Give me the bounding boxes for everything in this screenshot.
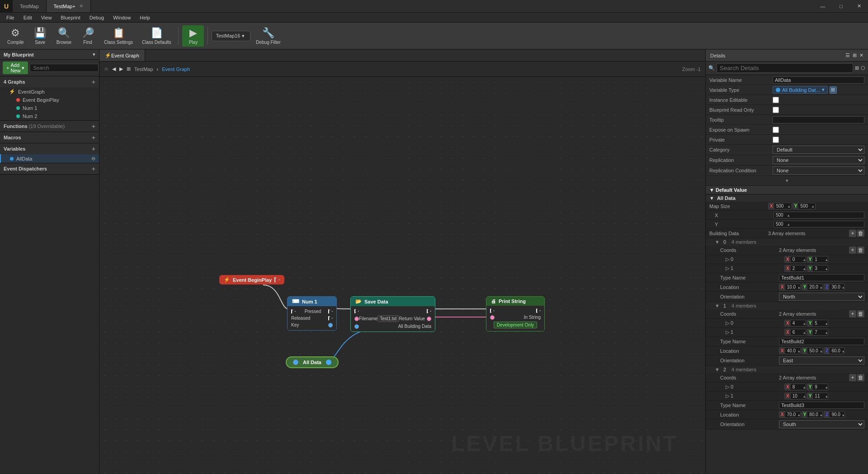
details-expand-icon[interactable]: ⬡: [861, 65, 865, 71]
instance-editable-row: Instance Editable: [706, 95, 868, 105]
menu-view[interactable]: View: [37, 15, 57, 20]
play-button[interactable]: ▶ Play: [182, 25, 204, 47]
event-beginplay-item[interactable]: Event BeginPlay: [0, 96, 99, 104]
variables-title: Variables: [4, 146, 25, 152]
save-data-node[interactable]: 📂 Save Data Filename Test1.txt Return Va…: [350, 296, 435, 332]
var-options-icon[interactable]: ⊖: [91, 156, 95, 161]
level-blueprint-watermark: LEVEL BLUEPRINT: [451, 431, 678, 456]
tooltip-input[interactable]: [773, 116, 864, 123]
breadcrumb-graph[interactable]: Event Graph: [162, 66, 190, 72]
grid-icon[interactable]: ⊞: [127, 66, 131, 72]
variable-type-dropdown[interactable]: All Building Dat... ▾: [773, 86, 828, 94]
event-graph-item[interactable]: ⚡ EventGraph: [0, 87, 99, 96]
add-new-button[interactable]: + Add New ▾: [3, 62, 28, 74]
element2-header[interactable]: ▼ 2 4 members: [706, 366, 868, 373]
num2-item[interactable]: Num 2: [0, 112, 99, 120]
orientation2-select[interactable]: South: [779, 420, 864, 428]
save-button[interactable]: 💾 Save: [29, 25, 51, 47]
element2-arrow[interactable]: ▼: [715, 367, 720, 372]
add-function-button[interactable]: +: [92, 123, 95, 130]
coord1-1-row: ▷ 1 X 6 ▴ Y 7 ▴: [706, 328, 868, 337]
details-search-input[interactable]: [717, 63, 853, 73]
browse-button[interactable]: 🔍 Browse: [53, 25, 75, 47]
del-coord0-button[interactable]: 🗑: [857, 246, 864, 254]
details-list-view-icon[interactable]: ☰: [845, 52, 850, 58]
macros-title: Macros: [4, 135, 21, 140]
del-coord1-button[interactable]: 🗑: [857, 310, 864, 318]
left-panel-dropdown[interactable]: ▾: [93, 52, 95, 57]
alldata-variable-item[interactable]: AllData ⊖: [0, 154, 99, 163]
add-building-button[interactable]: +: [849, 230, 856, 237]
find-button[interactable]: 🔎 Find: [77, 25, 99, 47]
expose-spawn-checkbox[interactable]: [773, 127, 779, 133]
back-icon[interactable]: ◀: [112, 66, 116, 72]
add-macro-button[interactable]: +: [92, 134, 95, 141]
type-name-0-input[interactable]: [779, 274, 864, 281]
event-beginplay-node[interactable]: ⚡ Event BeginPlay: [219, 275, 284, 284]
tab-testmap[interactable]: TestMap: [13, 0, 47, 12]
variable-name-input[interactable]: [773, 76, 864, 84]
menu-window[interactable]: Window: [108, 15, 135, 20]
orientation1-select[interactable]: East: [779, 356, 864, 365]
menu-blueprint[interactable]: Blueprint: [56, 15, 85, 20]
class-settings-button[interactable]: 📋 Class Settings: [100, 25, 137, 47]
blueprint-canvas[interactable]: ⚡ Event BeginPlay ⌨ Num 1 Pressed: [99, 77, 705, 474]
coord0-1-row: ▷ 1 X 2 ▴ Y 3 ▴: [706, 264, 868, 273]
functions-header[interactable]: Functions (19 Overridable) +: [0, 121, 99, 132]
alldata-node[interactable]: All Data: [286, 356, 339, 368]
add-variable-button[interactable]: +: [92, 145, 95, 152]
category-select[interactable]: Default: [773, 146, 864, 154]
type-name-1-input[interactable]: [779, 338, 864, 345]
add-dispatcher-button[interactable]: +: [92, 165, 95, 172]
replication-condition-select[interactable]: None: [773, 166, 864, 175]
dispatchers-header[interactable]: Event Dispatchers +: [0, 163, 99, 174]
menu-debug[interactable]: Debug: [85, 15, 108, 20]
add-coord1-button[interactable]: +: [849, 310, 856, 318]
details-close-icon[interactable]: ✕: [859, 52, 863, 58]
details-settings-icon[interactable]: ⊞: [853, 52, 857, 58]
macros-header[interactable]: Macros +: [0, 132, 99, 143]
element1-arrow[interactable]: ▼: [715, 303, 720, 308]
element0-arrow[interactable]: ▼: [715, 239, 720, 245]
map-selector[interactable]: TestMap16 ▾: [212, 31, 250, 41]
instance-editable-checkbox[interactable]: [773, 97, 779, 103]
element1-header[interactable]: ▼ 1 4 members: [706, 302, 868, 309]
print-string-node[interactable]: 🖨 Print String In String Development Onl…: [486, 296, 545, 332]
more-options-row[interactable]: ▾: [706, 176, 868, 186]
search-input[interactable]: [30, 64, 99, 72]
maximize-button[interactable]: □: [832, 0, 850, 13]
details-view-icon[interactable]: ⊞: [855, 65, 859, 71]
forward-icon[interactable]: ▶: [119, 66, 123, 72]
type-array-button[interactable]: ⊞: [830, 86, 837, 94]
event-graph-tab[interactable]: ⚡ Event Graph: [99, 50, 145, 61]
tab-testmap-plus[interactable]: TestMap+ ✕: [47, 0, 91, 12]
debug-filter-button[interactable]: 🔧 Debug Filter: [252, 25, 284, 47]
class-defaults-button[interactable]: 📄 Class Defaults: [138, 25, 175, 47]
element0-header[interactable]: ▼ 0 4 members: [706, 238, 868, 246]
menu-help[interactable]: Help: [135, 15, 155, 20]
variables-header[interactable]: Variables +: [0, 143, 99, 154]
add-graph-button[interactable]: +: [92, 78, 95, 85]
menu-file[interactable]: File: [2, 15, 19, 20]
del-coord2-button[interactable]: 🗑: [857, 374, 864, 381]
blueprint-readonly-checkbox[interactable]: [773, 107, 779, 113]
del-building-button[interactable]: 🗑: [857, 230, 864, 237]
orientation0-select[interactable]: North: [779, 293, 864, 301]
type-name-2-input[interactable]: [779, 402, 864, 409]
num1-item[interactable]: Num 1: [0, 104, 99, 112]
menu-edit[interactable]: Edit: [19, 15, 37, 20]
add-coord2-button[interactable]: +: [849, 374, 856, 381]
details-scroll[interactable]: Variable Name Variable Type All Building…: [706, 75, 868, 474]
minimize-button[interactable]: —: [814, 0, 832, 13]
private-checkbox[interactable]: [773, 137, 779, 143]
close-button[interactable]: ✕: [850, 0, 868, 13]
close-tab-icon[interactable]: ✕: [79, 3, 83, 9]
replication-select[interactable]: None: [773, 156, 864, 164]
num1-node[interactable]: ⌨ Num 1 Pressed Released Key: [287, 296, 337, 331]
graphs-header[interactable]: 4 Graphs +: [0, 76, 99, 87]
location1-row: Location X 40.0 ▴ Y 50.0 ▴ Z 60.0: [706, 346, 868, 356]
add-coord0-button[interactable]: +: [849, 246, 856, 254]
breadcrumb-map[interactable]: TestMap: [134, 66, 153, 72]
compile-button[interactable]: ⚙ Compile: [4, 25, 28, 47]
star-icon[interactable]: ☆: [104, 66, 108, 72]
